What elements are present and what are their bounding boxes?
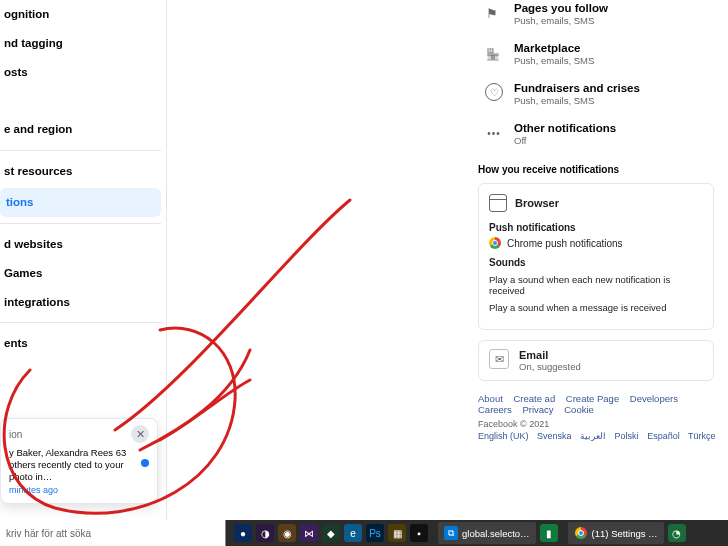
- footer-languages: English (UK) Svenska العربية Polski Espa…: [450, 429, 718, 441]
- taskbar-search[interactable]: kriv här för att söka: [0, 520, 226, 546]
- taskbar-icon[interactable]: ⋈: [300, 524, 318, 542]
- sidebar-item-ents[interactable]: ents: [0, 329, 165, 358]
- notif-type-row[interactable]: MarketplacePush, emails, SMS: [450, 36, 718, 76]
- sidebar-item-recognition[interactable]: ognition: [0, 0, 165, 29]
- chrome-push-label: Chrome push notifications: [507, 238, 623, 249]
- section-heading-receive: How you receive notifications: [450, 156, 718, 181]
- chrome-icon: [489, 237, 501, 249]
- taskbar-icon[interactable]: ▪: [410, 524, 428, 542]
- taskbar-icon[interactable]: e: [344, 524, 362, 542]
- sidebar-item-websites[interactable]: d websites: [0, 230, 165, 259]
- unread-dot-icon: [141, 459, 149, 467]
- taskbar-search-placeholder: kriv här för att söka: [6, 528, 91, 539]
- footer-links: About Create ad Create Page Developers C…: [450, 389, 718, 415]
- sidebar-separator: [0, 223, 161, 224]
- flag-icon: [484, 2, 504, 22]
- toast-header: ion: [9, 429, 22, 440]
- footer-link[interactable]: Careers: [478, 404, 512, 415]
- browser-title: Browser: [515, 197, 559, 209]
- push-heading: Push notifications: [489, 222, 703, 233]
- notif-type-row[interactable]: Pages you followPush, emails, SMS: [450, 0, 718, 36]
- footer-link[interactable]: Create Page: [566, 393, 619, 404]
- notif-type-row[interactable]: Other notificationsOff: [450, 116, 718, 156]
- taskbar-app-chrome[interactable]: (11) Settings …: [568, 522, 664, 544]
- sidebar-item-notifications[interactable]: tions: [0, 188, 161, 217]
- notif-title: Marketplace: [514, 42, 594, 54]
- toast-close-button[interactable]: ✕: [131, 425, 149, 443]
- sidebar-separator: [0, 150, 161, 151]
- notif-type-row[interactable]: Fundraisers and crisesPush, emails, SMS: [450, 76, 718, 116]
- store-icon: [484, 42, 504, 62]
- sidebar-divider: [166, 0, 167, 520]
- taskbar-icon[interactable]: ◆: [322, 524, 340, 542]
- notif-sub: Off: [514, 135, 616, 146]
- dots-icon: [484, 122, 504, 142]
- taskbar-icon[interactable]: ▮: [540, 524, 558, 542]
- browser-icon: [489, 194, 507, 212]
- sidebar-item-posts[interactable]: osts: [0, 58, 165, 87]
- taskbar-app-label: global.selecto…: [462, 528, 530, 539]
- notif-sub: Push, emails, SMS: [514, 55, 594, 66]
- sound-option-1[interactable]: Play a sound when each new notification …: [489, 274, 703, 296]
- lang-link[interactable]: English (UK): [478, 431, 529, 441]
- footer-link[interactable]: Cookie: [564, 404, 594, 415]
- chrome-push-row[interactable]: Chrome push notifications: [489, 237, 703, 249]
- sidebar-item-tagging[interactable]: nd tagging: [0, 29, 165, 58]
- browser-panel: Browser Push notifications Chrome push n…: [478, 183, 714, 330]
- taskbar-icon[interactable]: ●: [234, 524, 252, 542]
- notif-title: Fundraisers and crises: [514, 82, 640, 94]
- taskbar-icons: ● ◑ ◉ ⋈ ◆ e Ps ▦ ▪ ⧉ global.selecto… ▮ (…: [226, 522, 686, 544]
- email-sub: On, suggested: [519, 361, 581, 372]
- notif-sub: Push, emails, SMS: [514, 15, 608, 26]
- lang-link[interactable]: Svenska: [537, 431, 572, 441]
- main-column: Push, emails, SMS Pages you followPush, …: [450, 0, 728, 441]
- notif-title: Other notifications: [514, 122, 616, 134]
- sidebar-item-integrations[interactable]: integrations: [0, 288, 165, 317]
- sound-option-2[interactable]: Play a sound when a message is received: [489, 302, 703, 313]
- lang-link[interactable]: Türkçe: [688, 431, 716, 441]
- taskbar-icon[interactable]: ◉: [278, 524, 296, 542]
- email-icon: ✉: [489, 349, 509, 369]
- sidebar-item-blank2[interactable]: [0, 101, 165, 115]
- lang-link[interactable]: العربية: [580, 431, 606, 441]
- taskbar-icon[interactable]: ◑: [256, 524, 274, 542]
- notification-toast[interactable]: ion ✕ y Baker, Alexandra Rees 63 others …: [0, 418, 158, 504]
- taskbar-icon[interactable]: ▦: [388, 524, 406, 542]
- taskbar-icon-photoshop[interactable]: Ps: [366, 524, 384, 542]
- sounds-heading: Sounds: [489, 257, 703, 268]
- footer-link[interactable]: Developers: [630, 393, 678, 404]
- toast-message: y Baker, Alexandra Rees 63 others recent…: [9, 447, 135, 483]
- footer-link[interactable]: Create ad: [513, 393, 555, 404]
- windows-taskbar: kriv här för att söka ● ◑ ◉ ⋈ ◆ e Ps ▦ ▪…: [0, 520, 728, 546]
- notif-sub: Push, emails, SMS: [514, 95, 640, 106]
- lang-link[interactable]: Polski: [615, 431, 639, 441]
- sidebar-item-resources[interactable]: st resources: [0, 157, 165, 186]
- lang-link[interactable]: Español: [647, 431, 680, 441]
- notif-title: Pages you follow: [514, 2, 608, 14]
- sidebar-item-region[interactable]: e and region: [0, 115, 165, 144]
- footer-link[interactable]: About: [478, 393, 503, 404]
- heart-icon: [484, 82, 504, 102]
- email-title: Email: [519, 349, 581, 361]
- footer-link[interactable]: Privacy: [522, 404, 553, 415]
- sidebar-separator: [0, 322, 161, 323]
- sidebar-item-games[interactable]: Games: [0, 259, 165, 288]
- taskbar-app-vscode[interactable]: ⧉ global.selecto…: [438, 522, 536, 544]
- footer-copyright: Facebook © 2021: [450, 415, 718, 429]
- taskbar-icon[interactable]: ◔: [668, 524, 686, 542]
- email-panel[interactable]: ✉ EmailOn, suggested: [478, 340, 714, 381]
- sidebar-item-blank1[interactable]: [0, 87, 165, 101]
- taskbar-app-label: (11) Settings …: [592, 528, 658, 539]
- toast-time: minutes ago: [9, 485, 135, 495]
